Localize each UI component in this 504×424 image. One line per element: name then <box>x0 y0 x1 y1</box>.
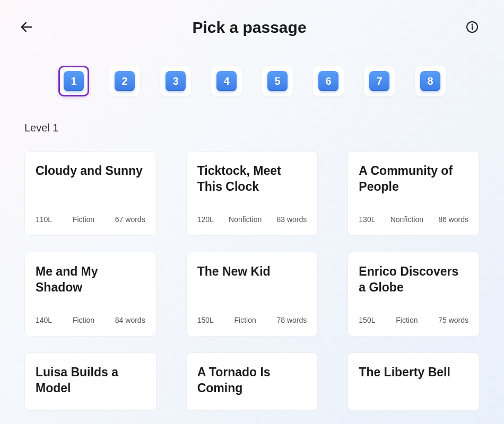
level-tab-5[interactable]: 5 <box>262 66 293 96</box>
passage-card[interactable]: Enrico Discovers a Globe150LFiction75 wo… <box>347 252 480 337</box>
level-tab-1[interactable]: 1 <box>58 66 89 96</box>
passage-card[interactable]: Cloudy and Sunny110LFiction67 words <box>24 151 157 236</box>
level-tab-8[interactable]: 8 <box>415 66 446 96</box>
level-tab-2[interactable]: 2 <box>109 66 140 96</box>
passage-title: The New Kid <box>197 264 307 280</box>
svg-point-3 <box>472 24 473 24</box>
number-tile-icon: 3 <box>166 71 186 91</box>
passage-lexile: 140L <box>36 316 52 324</box>
passage-title: A Tornado Is Coming <box>197 365 307 396</box>
passage-genre: Fiction <box>234 316 256 324</box>
passage-wordcount: 67 words <box>115 215 145 224</box>
level-tabs: 12345678 <box>0 45 504 112</box>
passage-genre: Fiction <box>73 316 94 324</box>
number-tile-icon: 2 <box>115 71 135 91</box>
passage-meta: 140LFiction84 words <box>36 316 145 324</box>
number-tile-icon: 5 <box>267 71 288 91</box>
passage-grid: Cloudy and Sunny110LFiction67 wordsTickt… <box>24 151 480 411</box>
passage-title: The Liberty Bell <box>359 365 468 381</box>
number-tile-icon: 1 <box>64 71 84 91</box>
passage-genre: Fiction <box>73 215 94 224</box>
header: Pick a passage <box>0 0 504 45</box>
number-tile-icon: 8 <box>420 71 440 91</box>
passage-meta: 150LFiction75 words <box>359 316 468 324</box>
passage-wordcount: 78 words <box>277 316 307 324</box>
passage-genre: Nonfiction <box>229 215 262 224</box>
info-icon <box>466 21 479 35</box>
passage-card[interactable]: A Community of People130LNonfiction86 wo… <box>347 151 480 236</box>
info-button[interactable] <box>462 17 483 38</box>
passage-title: Me and My Shadow <box>36 264 145 296</box>
passage-title: Cloudy and Sunny <box>36 163 145 179</box>
number-tile-icon: 7 <box>369 71 389 91</box>
passage-card[interactable]: Me and My Shadow140LFiction84 words <box>24 252 157 337</box>
passage-wordcount: 86 words <box>438 215 468 224</box>
passage-lexile: 150L <box>359 316 375 324</box>
passage-meta: 150LFiction78 words <box>197 316 307 324</box>
passage-genre: Nonfiction <box>390 215 423 224</box>
level-heading: Level 1 <box>24 122 480 134</box>
passage-card[interactable]: The Liberty Bell <box>347 352 480 411</box>
passage-title: Enrico Discovers a Globe <box>359 264 468 296</box>
number-tile-icon: 6 <box>318 71 338 91</box>
number-tile-icon: 4 <box>216 71 237 91</box>
passage-lexile: 150L <box>197 316 214 324</box>
passage-title: A Community of People <box>359 163 468 195</box>
level-tab-6[interactable]: 6 <box>313 66 344 96</box>
passage-lexile: 130L <box>359 215 375 224</box>
passage-card[interactable]: Ticktock, Meet This Clock120LNonfiction8… <box>186 151 318 236</box>
passage-wordcount: 75 words <box>438 316 468 324</box>
passage-meta: 120LNonfiction83 words <box>197 215 307 224</box>
passage-title: Luisa Builds a Model <box>36 365 145 396</box>
passage-title: Ticktock, Meet This Clock <box>197 163 307 195</box>
passage-wordcount: 83 words <box>277 215 307 224</box>
level-tab-7[interactable]: 7 <box>364 66 395 96</box>
level-tab-3[interactable]: 3 <box>160 66 191 96</box>
passage-lexile: 120L <box>197 215 214 224</box>
passage-meta: 130LNonfiction86 words <box>359 215 468 224</box>
passage-card[interactable]: Luisa Builds a Model <box>24 352 157 411</box>
back-button[interactable] <box>16 17 37 38</box>
page-title: Pick a passage <box>192 19 306 37</box>
passage-card[interactable]: A Tornado Is Coming <box>186 352 318 411</box>
passage-wordcount: 84 words <box>115 316 145 324</box>
level-tab-4[interactable]: 4 <box>211 66 242 96</box>
passage-card[interactable]: The New Kid150LFiction78 words <box>186 252 318 337</box>
passage-genre: Fiction <box>396 316 418 324</box>
passage-meta: 110LFiction67 words <box>36 215 145 224</box>
passage-lexile: 110L <box>36 215 52 224</box>
arrow-left-icon <box>19 20 34 36</box>
